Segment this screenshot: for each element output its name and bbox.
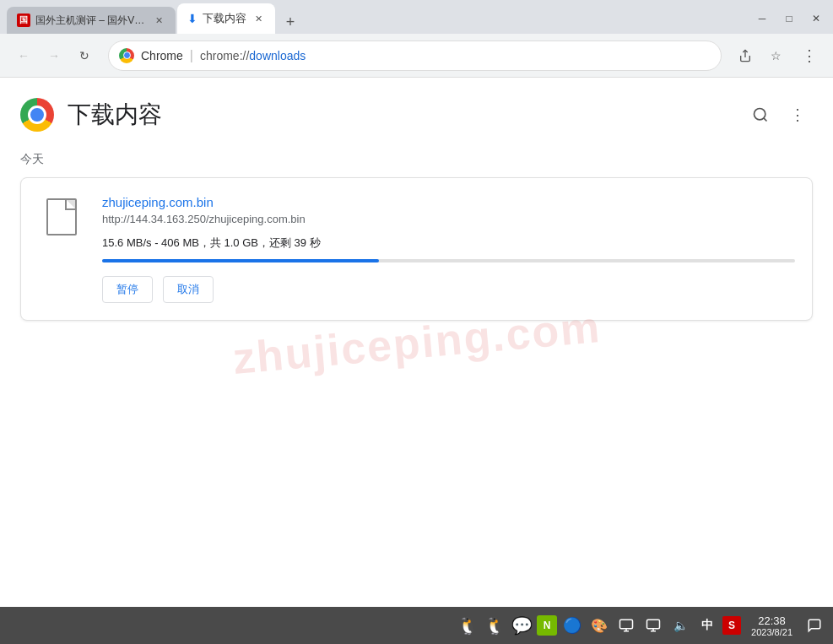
taskbar-icon-bluetooth[interactable]: 🔵 <box>560 614 584 637</box>
page-content: zhujiceping.com 下载内容 ⋮ 今天 <box>0 78 833 607</box>
page-title: 下载内容 <box>68 99 162 131</box>
download-actions: 暂停 取消 <box>102 276 795 303</box>
taskbar-icon-penguin1[interactable]: 🐧 <box>456 614 479 637</box>
favicon-1: 国 <box>17 14 30 27</box>
tab-label-1: 国外主机测评 – 国外VP… <box>35 14 147 28</box>
close-tab-active[interactable]: ✕ <box>252 12 265 25</box>
progress-bar-fill <box>102 259 379 262</box>
share-button[interactable] <box>732 42 759 69</box>
reload-button[interactable]: ↻ <box>71 42 98 69</box>
minimize-button[interactable]: ─ <box>752 8 772 29</box>
window-frame: 国 国外主机测评 – 国外VP… ✕ ⬇ 下载内容 ✕ + ─ □ ✕ ← → … <box>0 0 833 644</box>
section-today-label: 今天 <box>0 145 833 177</box>
more-downloads-options-button[interactable]: ⋮ <box>782 100 813 130</box>
url-prefix: chrome:// <box>200 49 249 62</box>
downloads-header: 下载内容 ⋮ <box>0 78 833 145</box>
taskbar-date: 2023/8/21 <box>751 627 792 637</box>
pause-button[interactable]: 暂停 <box>102 276 153 303</box>
svg-rect-3 <box>620 620 633 629</box>
file-icon-container <box>38 195 85 235</box>
title-bar: 国 国外主机测评 – 国外VP… ✕ ⬇ 下载内容 ✕ + ─ □ ✕ <box>0 0 833 34</box>
new-tab-button[interactable]: + <box>279 10 302 34</box>
address-separator: | <box>190 48 193 63</box>
forward-button[interactable]: → <box>41 42 68 69</box>
file-icon <box>46 198 77 235</box>
chrome-page-icon <box>20 98 54 132</box>
taskbar-icon-superoffice[interactable]: S <box>722 616 741 635</box>
tab-label-active: 下载内容 <box>203 11 246 26</box>
close-button[interactable]: ✕ <box>806 8 826 29</box>
maximize-button[interactable]: □ <box>779 8 799 29</box>
svg-rect-6 <box>647 620 660 629</box>
download-status: 15.6 MB/s - 406 MB，共 1.0 GB，还剩 39 秒 <box>102 235 795 251</box>
taskbar-icon-monitor1[interactable] <box>614 614 638 637</box>
taskbar-icon-ime[interactable]: 中 <box>695 614 719 637</box>
cancel-button[interactable]: 取消 <box>163 276 214 303</box>
progress-bar-container <box>102 259 795 262</box>
taskbar-icon-wechat[interactable]: 💬 <box>510 614 533 637</box>
address-url: chrome://downloads <box>200 49 711 62</box>
tab-active[interactable]: ⬇ 下载内容 ✕ <box>177 3 275 34</box>
taskbar: 🐧 🐧 💬 N 🔵 🎨 🔈 中 S 22:38 2023/8/21 <box>0 607 833 644</box>
more-options-button[interactable]: ⋮ <box>796 42 823 69</box>
taskbar-clock[interactable]: 22:38 2023/8/21 <box>744 614 799 637</box>
taskbar-icon-figma[interactable]: 🎨 <box>587 614 611 637</box>
download-url: http://144.34.163.250/zhujiceping.com.bi… <box>102 213 795 225</box>
taskbar-notification-button[interactable] <box>803 614 826 637</box>
nav-bar: ← → ↻ Chrome | chrome://downloads ☆ ⋮ <box>0 34 833 78</box>
taskbar-icon-nvidia[interactable]: N <box>537 615 557 636</box>
close-tab-1[interactable]: ✕ <box>152 14 165 27</box>
chrome-label: Chrome <box>141 49 183 62</box>
download-item: zhujiceping.com.bin http://144.34.163.25… <box>20 177 813 321</box>
chrome-logo-small <box>119 48 134 63</box>
download-info: zhujiceping.com.bin http://144.34.163.25… <box>102 195 795 303</box>
download-filename[interactable]: zhujiceping.com.bin <box>102 195 795 209</box>
window-controls: ─ □ ✕ <box>752 8 826 34</box>
header-actions: ⋮ <box>745 100 813 130</box>
taskbar-time: 22:38 <box>758 614 786 627</box>
url-keyword: downloads <box>249 49 306 62</box>
svg-point-1 <box>755 109 765 120</box>
search-button[interactable] <box>745 100 776 130</box>
back-button[interactable]: ← <box>10 42 37 69</box>
taskbar-icon-monitor2[interactable] <box>641 614 665 637</box>
tab-inactive-1[interactable]: 国 国外主机测评 – 国外VP… ✕ <box>7 7 176 34</box>
address-bar[interactable]: Chrome | chrome://downloads <box>108 41 722 71</box>
nav-right-icons: ☆ <box>732 42 789 69</box>
svg-line-2 <box>764 118 767 122</box>
bookmark-button[interactable]: ☆ <box>762 42 789 69</box>
taskbar-icon-penguin2[interactable]: 🐧 <box>483 614 506 637</box>
download-tab-icon: ⬇ <box>187 12 197 25</box>
taskbar-icon-volume[interactable]: 🔈 <box>668 614 692 637</box>
